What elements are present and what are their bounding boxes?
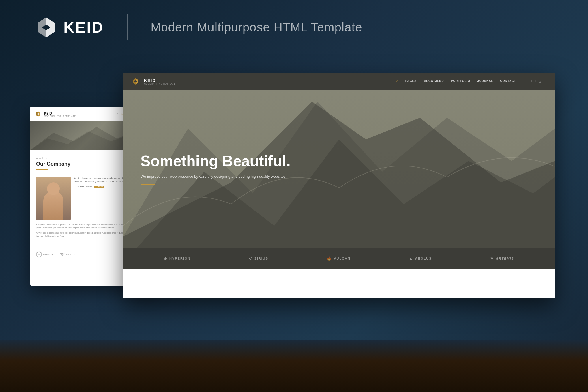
br-linkedin-icon[interactable]: in [544,80,546,83]
svg-marker-9 [133,78,136,85]
svg-marker-1 [38,17,46,37]
svg-marker-0 [46,17,55,37]
br-home-icon[interactable]: ⌂ [396,79,398,83]
br-contact-link[interactable]: CONTACT [500,79,516,83]
br-footer-hyperion: ◈ HYPERION [164,256,190,261]
header: KEID Modern Multipurpose HTML Template [35,14,553,40]
br-facebook-icon[interactable]: f [531,80,532,83]
br-megamenu-link[interactable]: MEGA MENU [424,79,444,83]
br-nav-divider [524,77,524,85]
svg-text:A: A [38,254,40,256]
br-twitter-icon[interactable]: t [535,80,536,83]
logo-text: KEID [63,19,104,36]
br-journal-link[interactable]: JOURNAL [477,79,493,83]
bl-ahkop-text: AHKOP [43,253,54,256]
br-footer-artemis: ✕ artemis [490,256,514,261]
bl-badge: ANALYST [94,186,105,188]
svg-marker-2 [38,111,40,117]
br-aeolus-text: AEOLUS [415,257,432,260]
bl-gold-line [36,169,48,170]
bl-logo-text: KEID [44,112,52,115]
br-vulcan-icon: 🔥 [327,256,332,261]
br-hero-subtitle: We improve your web presence by carefull… [141,174,291,179]
br-vulcan-text: Vulcan [334,257,351,260]
logo-area: KEID [35,16,104,39]
wood-texture [0,340,588,392]
br-hero-gold-line [141,184,155,185]
br-artemis-icon: ✕ [490,256,494,261]
br-hero-content: Something Beautiful. We improve your web… [123,153,308,185]
browser-right: KEID MODERN HTML TEMPLATE ⌂ PAGES MEGA M… [123,73,555,298]
br-hyperion-text: HYPERION [169,257,190,260]
br-logo-text: KEID [144,78,176,83]
br-footer-vulcan: 🔥 Vulcan [327,256,351,261]
bl-ahkop-icon: A [36,251,42,258]
keid-logo-icon [35,16,58,39]
br-footer-sirius: ◁ SIRIUS [249,256,268,261]
br-social-links: f t ◻ in [531,80,546,83]
br-footer: ◈ HYPERION ◁ SIRIUS 🔥 Vulcan ▲ AEOLUS ✕ … [123,248,555,269]
br-artemis-text: artemis [496,257,514,260]
svg-marker-3 [36,111,38,117]
br-portfolio-link[interactable]: PORTFOLIO [451,79,470,83]
br-footer-aeolus: ▲ AEOLUS [409,256,432,261]
br-aeolus-icon: ▲ [409,256,413,261]
bl-keid-icon [35,111,41,117]
bl-client-ahkop: A AHKOP [36,251,54,258]
br-instagram-icon[interactable]: ◻ [539,80,541,83]
logo-text-group: KEID [63,19,104,36]
br-nav-links: ⌂ PAGES MEGA MENU PORTFOLIO JOURNAL CONT… [396,79,516,83]
br-hero: Something Beautiful. We improve your web… [123,90,555,248]
bl-avatar [36,177,71,220]
bl-about-label: About Us [36,157,47,160]
header-divider [127,14,128,40]
bl-logo-sub: MODERN HTML TEMPLATE [44,115,76,117]
br-hero-title: Something Beautiful. [141,153,291,169]
br-sirius-text: SIRIUS [254,257,268,260]
bl-vature-icon [60,252,65,256]
br-nav: KEID MODERN HTML TEMPLATE ⌂ PAGES MEGA M… [123,73,555,90]
br-hyperion-icon: ◈ [164,256,168,261]
header-tagline: Modern Multipurpose HTML Template [151,20,362,34]
br-logo-sub: MODERN HTML TEMPLATE [144,83,176,85]
br-keid-icon [132,78,139,85]
br-logo-text-group: KEID MODERN HTML TEMPLATE [144,78,176,85]
bl-logo-text-group: KEID MODERN HTML TEMPLATE [44,110,76,117]
bl-vature-text: vature [66,253,78,256]
bl-client-vature: vature [60,252,78,256]
br-pages-link[interactable]: PAGES [405,79,417,83]
br-sirius-icon: ◁ [249,256,252,261]
bl-home-icon[interactable]: ⌂ [117,112,118,115]
svg-marker-8 [136,78,138,85]
